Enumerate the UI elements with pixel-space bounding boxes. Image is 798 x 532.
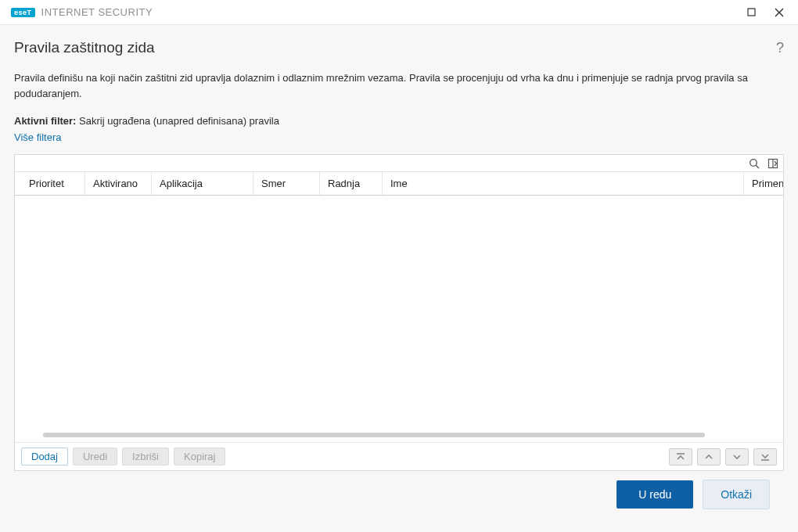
arrow-up-icon xyxy=(703,451,714,462)
edit-button[interactable]: Uredi xyxy=(73,448,117,466)
svg-line-4 xyxy=(756,165,759,168)
active-filter-label: Aktivni filter: xyxy=(14,115,76,127)
search-button[interactable] xyxy=(747,156,761,171)
scrollbar-thumb[interactable] xyxy=(43,433,705,437)
page-title: Pravila zaštitnog zida xyxy=(14,39,776,56)
brand-badge: eseT xyxy=(11,8,35,17)
arrow-bottom-icon xyxy=(760,451,771,462)
rules-table: Prioritet Aktivirano Aplikacija Smer Rad… xyxy=(14,154,784,471)
brand-product-name: INTERNET SECURITY xyxy=(41,6,153,18)
close-icon xyxy=(775,8,784,17)
move-up-button[interactable] xyxy=(697,448,721,466)
content-area: Pravila zaštitnog zida ? Pravila definiš… xyxy=(0,25,798,532)
more-filters-link[interactable]: Više filtera xyxy=(14,131,784,143)
ok-button[interactable]: U redu xyxy=(616,480,693,509)
page-description: Pravila definišu na koji način zaštitni … xyxy=(14,70,773,101)
arrow-top-icon xyxy=(675,451,686,462)
column-header-primen[interactable]: Primen xyxy=(744,172,783,195)
maximize-icon xyxy=(747,8,756,16)
search-icon xyxy=(749,158,760,169)
table-toolbar xyxy=(15,155,783,172)
delete-button[interactable]: Izbriši xyxy=(122,448,169,466)
table-header-row: Prioritet Aktivirano Aplikacija Smer Rad… xyxy=(15,172,783,196)
cancel-button[interactable]: Otkaži xyxy=(703,480,770,509)
copy-button[interactable]: Kopiraj xyxy=(174,448,225,466)
main-window: eseT INTERNET SECURITY Pravila zaštitnog… xyxy=(0,0,798,532)
page-header: Pravila zaštitnog zida ? xyxy=(14,39,784,56)
maximize-button[interactable] xyxy=(737,2,765,23)
columns-icon xyxy=(767,158,778,169)
move-bottom-button[interactable] xyxy=(753,448,777,466)
column-header-aktivirano[interactable]: Aktivirano xyxy=(85,172,152,195)
dialog-button-bar: U redu Otkaži xyxy=(14,471,784,518)
arrow-down-icon xyxy=(732,451,742,462)
column-header-radnja[interactable]: Radnja xyxy=(320,172,383,195)
table-body xyxy=(15,196,783,442)
svg-point-3 xyxy=(750,159,757,166)
move-down-button[interactable] xyxy=(725,448,749,466)
help-button[interactable]: ? xyxy=(776,40,784,56)
close-button[interactable] xyxy=(765,2,793,23)
move-top-button[interactable] xyxy=(669,448,692,466)
column-header-prioritet[interactable]: Prioritet xyxy=(15,172,85,195)
column-header-aplikacija[interactable]: Aplikacija xyxy=(152,172,253,195)
columns-button[interactable] xyxy=(766,156,780,171)
add-button[interactable]: Dodaj xyxy=(21,448,68,466)
active-filter-value: Sakrij ugrađena (unapred definisana) pra… xyxy=(79,115,279,127)
column-header-smer[interactable]: Smer xyxy=(253,172,320,195)
active-filter-line: Aktivni filter: Sakrij ugrađena (unapred… xyxy=(14,115,784,127)
horizontal-scrollbar[interactable] xyxy=(43,433,705,437)
svg-rect-0 xyxy=(748,9,755,16)
column-header-ime[interactable]: Ime xyxy=(383,172,744,195)
title-bar: eseT INTERNET SECURITY xyxy=(0,0,798,25)
table-actions-bar: Dodaj Uredi Izbriši Kopiraj xyxy=(15,442,783,470)
